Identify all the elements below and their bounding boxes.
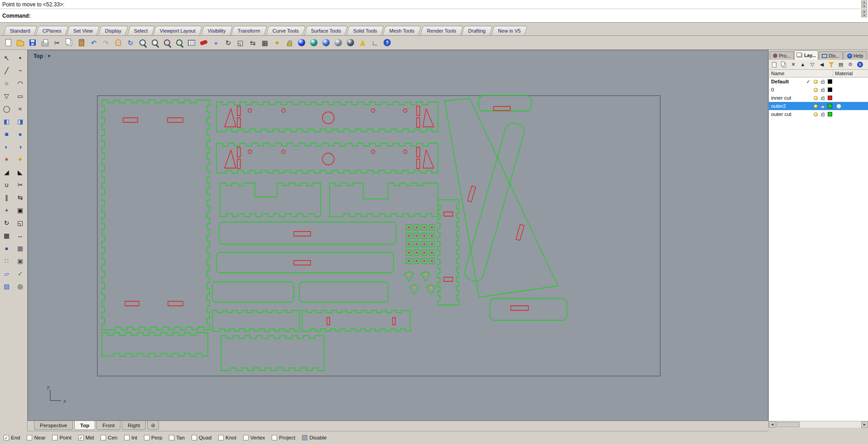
osnap-checkbox-quad[interactable]	[192, 435, 197, 440]
toolbar-button-shaded-view-icon[interactable]	[308, 37, 320, 48]
osnap-checkbox-point[interactable]	[52, 435, 58, 440]
layer-lock-toggle[interactable]	[819, 79, 826, 84]
toolbar-button-cplane-icon[interactable]: ∟	[369, 37, 381, 48]
menu-tab-curve-tools[interactable]: Curve Tools	[266, 26, 306, 35]
sidebar-button-point-icon[interactable]: •	[14, 52, 26, 64]
sidebar-button-array-object-icon[interactable]: ▦	[1, 230, 13, 241]
toolbar-button-ghosted-view-icon[interactable]	[332, 37, 344, 48]
layer-toolbar-layer-list-icon[interactable]: ▤	[837, 61, 845, 69]
command-prompt-bar[interactable]: Command: ▲ ▼	[0, 9, 868, 23]
layer-lock-toggle[interactable]	[819, 104, 826, 108]
viewport-tab-front[interactable]: Front	[96, 421, 120, 430]
sidebar-button-mirror-object-icon[interactable]: ⇆	[14, 192, 26, 203]
layer-material-cell[interactable]	[834, 104, 868, 109]
layer-lock-toggle[interactable]	[819, 96, 826, 100]
sidebar-button-chamfer-icon[interactable]: ◣	[14, 166, 26, 178]
osnap-checkbox-mid[interactable]: ✓	[78, 435, 84, 440]
sidebar-button-fillet-icon[interactable]: ◢	[1, 166, 13, 178]
osnap-checkbox-cen[interactable]	[101, 435, 106, 440]
layer-color-swatch[interactable]	[826, 96, 834, 100]
cad-drawing-canvas[interactable]: yx	[28, 50, 768, 421]
layer-current-check[interactable]: ✓	[805, 79, 812, 85]
viewport-pan-tab[interactable]: ⊕	[147, 421, 159, 430]
toolbar-button-cone-flag-icon[interactable]	[357, 37, 369, 48]
toolbar-button-array-icon[interactable]: ▦	[259, 37, 271, 48]
toolbar-button-rendered-view-icon[interactable]	[320, 37, 332, 48]
toolbar-button-delete-icon[interactable]	[198, 37, 210, 48]
menu-tab-visibility[interactable]: Visibility	[201, 26, 233, 35]
layer-color-swatch[interactable]	[826, 112, 834, 116]
menu-tab-set-view[interactable]: Set View	[67, 26, 100, 35]
sidebar-button-circle-icon[interactable]: ○	[1, 77, 13, 89]
viewport-title-dropdown-icon[interactable]: ▼	[45, 53, 51, 59]
menu-tab-select[interactable]: Select	[127, 26, 155, 35]
layer-toolbar-move-down-icon[interactable]: ▽	[808, 61, 816, 69]
toolbar-button-snapshot-icon[interactable]: ✦	[271, 37, 283, 48]
toolbar-button-undo-icon[interactable]: ↶	[88, 37, 100, 48]
history-scroll-arrows[interactable]: ▲ ▼	[861, 0, 868, 8]
viewport-title[interactable]: Top ▼	[34, 53, 51, 59]
sidebar-button-dot-grid-icon[interactable]: ∷	[1, 255, 13, 267]
layer-row-default[interactable]: Default✓	[769, 77, 868, 86]
layer-visibility-toggle[interactable]	[812, 104, 819, 108]
toolbar-button-zoom-selected-icon[interactable]	[161, 37, 173, 48]
layer-toolbar-panel-help-icon[interactable]	[856, 61, 864, 69]
scroll-right-icon[interactable]: ▶	[861, 421, 868, 428]
scroll-up-icon[interactable]: ▲	[861, 0, 867, 4]
layer-toolbar-layer-tools-icon[interactable]: ⚙	[846, 61, 854, 69]
toolbar-button-cut-icon[interactable]: ✂	[51, 37, 63, 48]
menu-tab-drafting[interactable]: Drafting	[461, 26, 493, 35]
toolbar-button-print-icon[interactable]	[39, 37, 51, 48]
sidebar-button-polyline-icon[interactable]: ╱	[1, 65, 13, 77]
osnap-checkbox-perp[interactable]	[144, 435, 149, 440]
sidebar-button-explode-icon[interactable]: ✶	[1, 154, 13, 165]
panel-tab-dis[interactable]: Dis...	[819, 51, 843, 60]
top-viewport[interactable]: Top ▼ yx	[28, 50, 768, 421]
toolbar-button-open-file-icon[interactable]	[14, 37, 26, 48]
sidebar-button-surface-icon[interactable]: ◧	[1, 116, 13, 127]
osnap-item-cen[interactable]: Cen	[101, 435, 117, 440]
layer-visibility-toggle[interactable]	[812, 80, 819, 84]
toolbar-button-redo-icon[interactable]: ↷	[100, 37, 112, 48]
osnap-item-tan[interactable]: Tan	[169, 435, 185, 440]
layer-toolbar-new-layer-icon[interactable]	[770, 61, 778, 69]
sidebar-button-ellipse-icon[interactable]: ◯	[1, 103, 13, 115]
menu-tab-cplanes[interactable]: CPlanes	[36, 26, 68, 35]
sidebar-button-plane-icon[interactable]: ▱	[1, 268, 13, 280]
toolbar-button-zoom-dynamic-icon[interactable]	[137, 37, 149, 48]
layer-row-outer-cut[interactable]: outer cut	[769, 110, 868, 118]
sidebar-button-scale-object-icon[interactable]: ◱	[14, 217, 26, 229]
toolbar-button-render-icon[interactable]	[296, 37, 307, 48]
sidebar-button-box-icon[interactable]: ■	[1, 128, 13, 140]
toolbar-button-new-file-icon[interactable]	[2, 37, 14, 48]
sidebar-button-arc-icon[interactable]: ◠	[14, 77, 26, 89]
osnap-checkbox-tan[interactable]	[169, 435, 174, 440]
toolbar-button-xray-view-icon[interactable]	[345, 37, 356, 48]
viewport-tab-top[interactable]: Top	[74, 421, 95, 430]
sidebar-button-extrude-icon[interactable]: ✦	[14, 154, 26, 165]
toolbar-button-scale-icon[interactable]: ◱	[235, 37, 246, 48]
toolbar-button-zoom-window-icon[interactable]	[149, 37, 161, 48]
menu-tab-standard[interactable]: Standard	[3, 26, 37, 35]
sidebar-button-solid-sphere-icon[interactable]: ●	[1, 242, 13, 254]
toolbar-button-zoom-extents-icon[interactable]	[173, 37, 185, 48]
osnap-item-point[interactable]: Point	[52, 435, 71, 440]
toolbar-button-copy-icon[interactable]	[63, 37, 75, 48]
osnap-checkbox-near[interactable]	[27, 435, 32, 440]
layer-toolbar-expand-icon[interactable]: ◀	[818, 61, 826, 69]
scroll-up-icon[interactable]: ▲	[861, 10, 867, 13]
layer-row-outer2[interactable]: outer2	[769, 102, 868, 110]
osnap-item-int[interactable]: Int	[124, 435, 137, 440]
sidebar-button-grid-icon[interactable]: ▦	[14, 242, 26, 254]
osnap-checkbox-int[interactable]	[124, 435, 129, 440]
osnap-checkbox-knot[interactable]	[218, 435, 224, 440]
osnap-checkbox-vertex[interactable]	[243, 435, 249, 440]
osnap-item-mid[interactable]: ✓Mid	[78, 435, 94, 440]
sidebar-button-osnap-magnet-icon[interactable]: ◎	[14, 280, 26, 292]
sidebar-button-curve-icon[interactable]: ~	[14, 65, 26, 77]
sidebar-button-dimension-icon[interactable]: ↔	[14, 230, 26, 241]
sidebar-button-trim-icon[interactable]: ✂	[14, 179, 26, 191]
menu-tab-solid-tools[interactable]: Solid Tools	[346, 26, 384, 35]
layer-visibility-toggle[interactable]	[812, 96, 819, 100]
osnap-item-quad[interactable]: Quad	[192, 435, 211, 440]
